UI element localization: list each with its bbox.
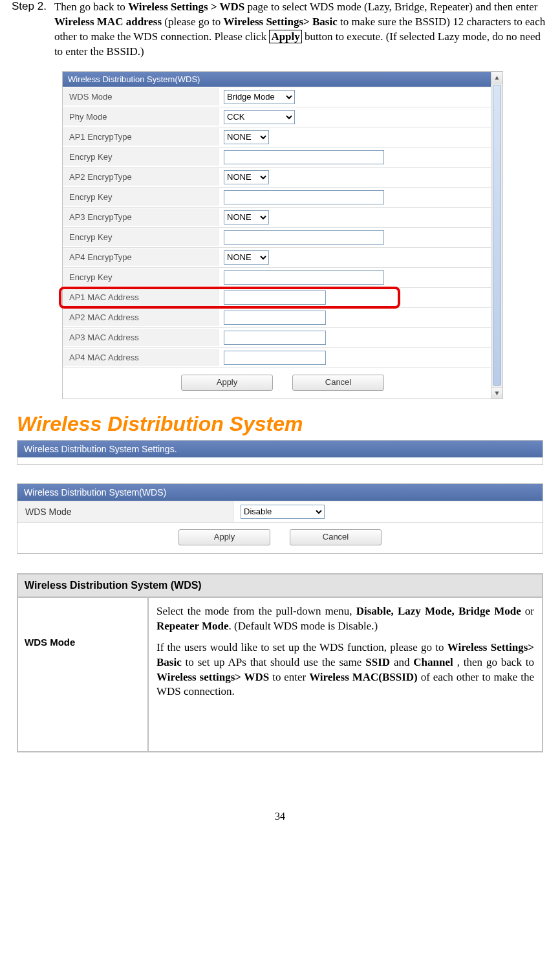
wds-description-table: Wireless Distribution System (WDS) WDS M… [17,573,543,753]
encryp-key-4-input[interactable] [224,270,384,285]
ap4-encryptype-label: AP4 EncrypType [63,248,219,266]
panel-header: Wireless Distribution System(WDS) [63,72,502,87]
encryp-key-2-label: Encryp Key [63,188,219,206]
ap1-mac-label: AP1 MAC Address [63,289,219,306]
page-number: 34 [12,811,548,822]
phy-mode-label: Phy Mode [63,108,219,126]
scroll-down-icon[interactable]: ▼ [491,387,502,399]
scroll-thumb[interactable] [493,85,501,386]
ap4-mac-label: AP4 MAC Address [63,349,219,366]
wds-settings-header: Wireless Distribution System Settings. [17,441,543,457]
ap2-mac-input[interactable] [224,311,326,325]
encryp-key-4-label: Encryp Key [63,268,219,286]
wds-mode-description: Select the mode from the pull-down menu,… [149,598,542,752]
scroll-up-icon[interactable]: ▲ [491,72,502,83]
encryp-key-1-input[interactable] [224,150,384,164]
wds-title: Wireless Distribution System [17,412,548,436]
ap4-mac-input[interactable] [224,351,326,365]
wds-disable-header: Wireless Distribution System(WDS) [17,484,543,501]
ap3-encryptype-label: AP3 EncrypType [63,208,219,226]
phy-mode-select[interactable]: CCK [224,110,295,124]
ap4-encryptype-select[interactable]: NONE [224,250,269,265]
wds-description-header: Wireless Distribution System (WDS) [18,575,542,598]
apply-reference: Apply [269,30,301,43]
ap1-mac-input[interactable] [224,290,326,305]
encryp-key-2-input[interactable] [224,190,384,204]
ap3-encryptype-select[interactable]: NONE [224,210,269,225]
ap2-encryptype-select[interactable]: NONE [224,170,269,184]
wds-mode-term: WDS Mode [18,598,149,752]
ap1-encryptype-select[interactable]: NONE [224,130,269,144]
wds-mode-select-2[interactable]: Disable [241,505,325,519]
encryp-key-3-input[interactable] [224,230,384,245]
scrollbar[interactable]: ▲ ▼ [491,72,502,399]
encryp-key-1-label: Encryp Key [63,148,219,166]
wds-mode-select[interactable]: Bridge Mode [224,90,295,104]
ap2-mac-label: AP2 MAC Address [63,309,219,326]
ap1-mac-row-highlight: AP1 MAC Address [63,287,502,307]
apply-button[interactable]: Apply [181,375,273,391]
encryp-key-3-label: Encryp Key [63,228,219,246]
wds-settings-panel: Wireless Distribution System Settings. [17,440,543,465]
wds-mode-label-2: WDS Mode [17,501,234,522]
wds-mode-label: WDS Mode [63,88,219,105]
ap3-mac-label: AP3 MAC Address [63,329,219,346]
cancel-button-2[interactable]: Cancel [290,529,382,545]
step-label: Step 2. [12,0,47,13]
cancel-button[interactable]: Cancel [292,375,384,391]
ap1-encryptype-label: AP1 EncrypType [63,128,219,146]
apply-button-2[interactable]: Apply [178,529,270,545]
step-instruction: Then go back to Wireless Settings > WDS … [54,0,548,60]
wds-disable-panel: Wireless Distribution System(WDS) WDS Mo… [17,483,543,554]
ap3-mac-input[interactable] [224,331,326,345]
ap2-encryptype-label: AP2 EncrypType [63,168,219,186]
wds-config-panel: Wireless Distribution System(WDS) WDS Mo… [62,71,503,399]
